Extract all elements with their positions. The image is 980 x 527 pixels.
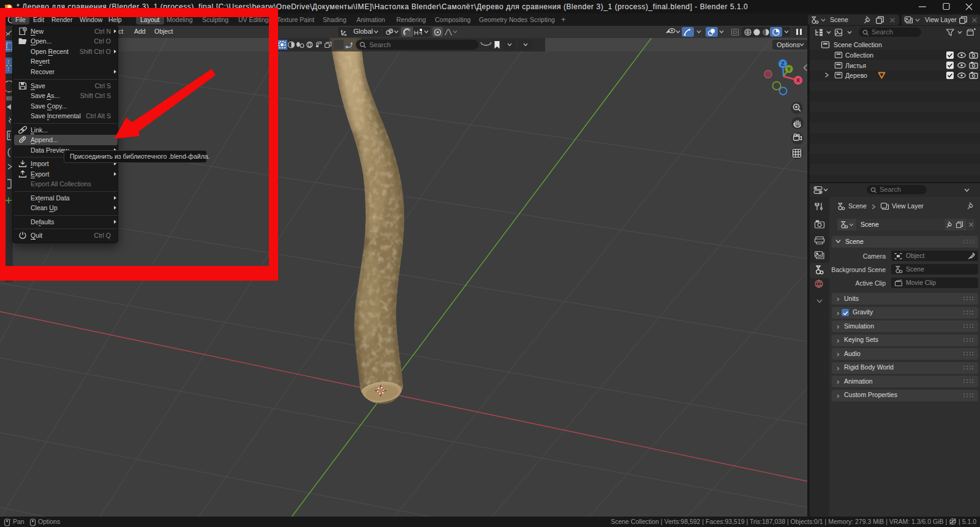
svg-text:X: X — [796, 77, 800, 83]
svg-text:Y: Y — [787, 66, 791, 72]
svg-text:Z: Z — [781, 61, 785, 67]
